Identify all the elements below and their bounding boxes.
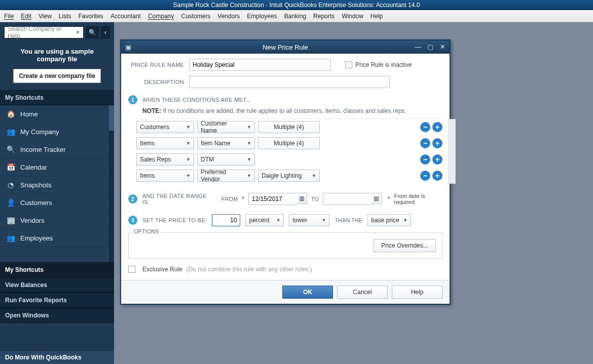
shortcuts-list: 🏠Home 👥My Company 🔍Income Tracker 📅Calen… — [0, 105, 114, 262]
inactive-label: Price Rule is inactive — [355, 61, 412, 68]
direction-dropdown[interactable]: lower▼ — [289, 214, 329, 226]
people-icon: 👥 — [6, 234, 15, 242]
sidebar-item-vendors[interactable]: 🏢Vendors — [0, 212, 114, 229]
create-company-button[interactable]: Create a new company file — [13, 69, 101, 83]
menu-employees[interactable]: Employees — [247, 13, 277, 20]
sidebar-item-label: Customers — [20, 199, 52, 207]
sidebar-item-label: Employees — [20, 234, 53, 242]
from-date-input[interactable] — [248, 193, 297, 205]
add-condition-button[interactable]: + — [432, 154, 442, 165]
left-sidebar: Search Company or Help ▼ 🔍 ‹ You are usi… — [0, 22, 114, 364]
sidebar-item-snapshots[interactable]: ◔Snapshots — [0, 176, 114, 194]
chevron-down-icon: ▼ — [322, 218, 326, 223]
base-dropdown[interactable]: base price▼ — [367, 214, 411, 226]
menu-favorites[interactable]: Favorites — [79, 13, 103, 20]
section-my-shortcuts[interactable]: My Shortcuts — [0, 90, 114, 105]
sidebar-item-customers[interactable]: 👤Customers — [0, 194, 114, 212]
exclusive-label: Exclusive Rule — [142, 266, 182, 273]
cancel-button[interactable]: Cancel — [337, 286, 388, 299]
menu-reports[interactable]: Reports — [313, 13, 335, 20]
sidebar-item-home[interactable]: 🏠Home — [0, 105, 114, 123]
sidebar-item-mycompany[interactable]: 👥My Company — [0, 123, 114, 141]
collapse-sidebar-button[interactable]: ‹ — [101, 26, 110, 38]
condition-value-button[interactable]: Multiple (4) — [258, 137, 320, 149]
condition-type-dropdown[interactable]: Items▼ — [136, 170, 194, 182]
condition-field-dropdown[interactable]: Item Name▼ — [197, 137, 255, 149]
chevron-down-icon: ▼ — [247, 157, 251, 162]
sidebar-scrollbar-thumb[interactable] — [109, 105, 114, 131]
rule-name-input[interactable] — [189, 59, 331, 71]
menu-vendors[interactable]: Vendors — [217, 13, 240, 20]
chevron-down-icon: ▼ — [403, 218, 407, 223]
do-more-header[interactable]: Do More With QuickBooks — [0, 350, 114, 364]
search-button[interactable]: 🔍 — [86, 26, 99, 38]
remove-condition-button[interactable]: − — [420, 171, 430, 181]
calendar-icon[interactable]: ▦ — [297, 193, 307, 204]
remove-condition-button[interactable]: − — [420, 138, 430, 148]
step-1-badge: 1 — [128, 95, 137, 104]
condition-field-dropdown[interactable]: Customer Name▼ — [197, 121, 255, 133]
section-view-balances[interactable]: View Balances — [0, 277, 114, 293]
condition-type-dropdown[interactable]: Items▼ — [136, 137, 194, 149]
price-amount-input[interactable] — [212, 214, 240, 226]
help-button[interactable]: Help — [392, 286, 442, 299]
dialog-titlebar[interactable]: ▣ New Price Rule — ▢ ✕ — [121, 41, 450, 54]
exclusive-hint: (Do not combine this rule with any other… — [187, 266, 312, 273]
dialog-menu-icon[interactable]: ▣ — [121, 44, 135, 51]
menu-company[interactable]: Company — [148, 13, 174, 20]
description-input[interactable] — [189, 76, 390, 88]
label-description: DESCRIPTION — [128, 79, 184, 85]
menu-accountant[interactable]: Accountant — [110, 13, 141, 20]
chevron-down-icon: ▼ — [186, 141, 191, 146]
close-icon[interactable]: ✕ — [438, 44, 447, 51]
menu-file[interactable]: File — [4, 13, 14, 20]
add-condition-button[interactable]: + — [432, 122, 442, 132]
minimize-icon[interactable]: — — [414, 44, 422, 51]
sidebar-item-employees[interactable]: 👥Employees — [0, 229, 114, 247]
to-date-input[interactable] — [323, 193, 372, 205]
condition-field-dropdown[interactable]: DTM▼ — [197, 153, 255, 166]
sidebar-item-label: Home — [20, 110, 38, 118]
company-icon: 👥 — [6, 128, 15, 136]
menu-window[interactable]: Window — [342, 13, 363, 20]
condition-type-dropdown[interactable]: Customers▼ — [136, 121, 194, 133]
chevron-down-icon: ▼ — [186, 157, 191, 162]
menu-lists[interactable]: Lists — [59, 13, 71, 20]
calendar-icon[interactable]: ▦ — [372, 193, 382, 204]
add-condition-button[interactable]: + — [432, 138, 442, 148]
chevron-down-icon: ▼ — [312, 173, 316, 178]
menu-view[interactable]: View — [39, 13, 52, 20]
ok-button[interactable]: OK — [282, 286, 333, 299]
section-my-shortcuts-footer[interactable]: My Shortcuts — [0, 262, 114, 277]
exclusive-checkbox[interactable] — [128, 266, 135, 273]
menu-edit[interactable]: Edit — [21, 13, 31, 20]
menu-help[interactable]: Help — [370, 13, 383, 20]
sample-file-message: You are using a sample company file — [0, 43, 114, 65]
section-fav-reports[interactable]: Run Favorite Reports — [0, 293, 114, 308]
sidebar-item-income[interactable]: 🔍Income Tracker — [0, 141, 114, 158]
section-open-windows[interactable]: Open Windows — [0, 308, 114, 323]
condition-value-dropdown[interactable]: Daigle Lighting▼ — [258, 170, 320, 182]
conditions-note: NOTE: If no conditions are added, the ru… — [142, 107, 442, 114]
sidebar-item-calendar[interactable]: 📅Calendar — [0, 158, 114, 176]
remove-condition-button[interactable]: − — [420, 122, 430, 132]
menu-customers[interactable]: Customers — [181, 13, 210, 20]
condition-field-dropdown[interactable]: Preferred Vendor▼ — [197, 170, 255, 182]
to-label: TO — [311, 196, 319, 202]
condition-type-dropdown[interactable]: Sales Reps▼ — [136, 153, 194, 166]
chevron-down-icon: ▼ — [186, 125, 191, 130]
menu-banking[interactable]: Banking — [284, 13, 306, 20]
step-1-label: WHEN THESE CONDITIONS ARE MET... — [142, 97, 251, 103]
search-input[interactable]: Search Company or Help ▼ — [4, 26, 84, 38]
remove-condition-button[interactable]: − — [420, 154, 430, 165]
conditions-grid: Customers▼Customer Name▼Multiple (4)−+It… — [136, 118, 442, 184]
add-condition-button[interactable]: + — [432, 171, 442, 181]
condition-value-button[interactable]: Multiple (4) — [258, 121, 320, 133]
inactive-checkbox[interactable] — [345, 61, 352, 68]
chevron-down-icon: ▼ — [247, 125, 251, 130]
conditions-scrollbar[interactable] — [449, 119, 456, 184]
maximize-icon[interactable]: ▢ — [426, 44, 434, 51]
price-overrides-button[interactable]: Price Overrides... — [374, 239, 436, 252]
unit-dropdown[interactable]: percent▼ — [245, 214, 284, 226]
condition-row: Items▼Item Name▼Multiple (4)−+ — [136, 135, 442, 151]
